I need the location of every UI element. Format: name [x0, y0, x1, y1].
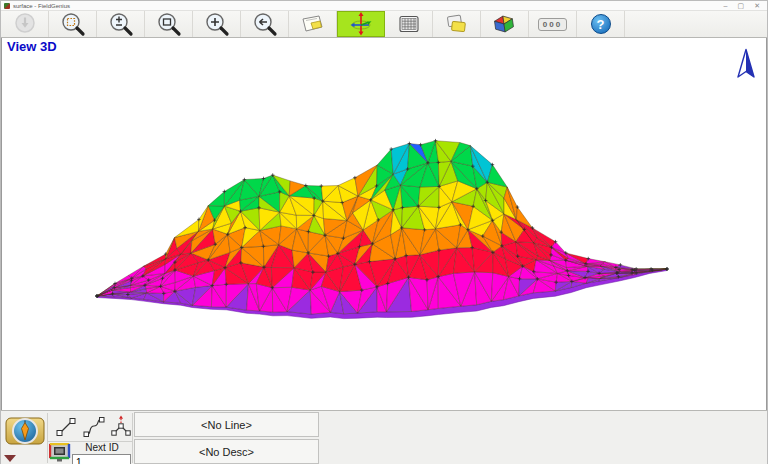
app-icon [4, 3, 10, 9]
line-icon [53, 414, 79, 440]
window-title: surface - FieldGenius [13, 3, 70, 9]
branch-nodes-icon [108, 414, 134, 440]
magnifier-plus-icon [204, 11, 230, 37]
magnifier-extents-icon [60, 11, 86, 37]
new-figure-button[interactable] [108, 414, 134, 440]
counter-000-icon: 000 [538, 18, 567, 31]
zoom-scale-button[interactable] [97, 11, 145, 37]
instrument-dropdown-arrow[interactable] [4, 455, 16, 462]
description-selector-button[interactable]: <No Desc> [134, 439, 319, 464]
instrument-button[interactable] [5, 414, 45, 448]
spline-icon [81, 414, 107, 440]
spline-mode-button[interactable] [81, 414, 107, 440]
media-button[interactable] [49, 443, 71, 463]
view-2d-button[interactable] [289, 11, 337, 37]
line-mode-button[interactable] [53, 414, 79, 440]
bottom-bar: Next ID <No Line> <No Desc> [1, 410, 767, 464]
minimize-button[interactable]: – [724, 1, 728, 10]
download-arrow-icon [12, 11, 38, 37]
point-labels-button[interactable]: 000 [529, 11, 577, 37]
surface-manager-button[interactable] [481, 11, 529, 37]
next-id-label: Next ID [73, 442, 131, 453]
separator [132, 413, 133, 463]
view-3d-button[interactable] [337, 11, 385, 37]
grid-toggle-button[interactable] [385, 11, 433, 37]
layers-button[interactable] [433, 11, 481, 37]
grid-icon [396, 11, 422, 37]
title-bar: surface - FieldGenius – ▢ ✕ [1, 1, 767, 10]
app-window: surface - FieldGenius – ▢ ✕ [0, 0, 768, 464]
layer-cards-icon [443, 11, 470, 37]
north-arrow-icon [736, 48, 756, 80]
question-mark-icon: ? [591, 14, 611, 34]
prism-pole-icon [5, 414, 45, 448]
separator [47, 413, 48, 463]
map-canvas[interactable]: View 3D [1, 38, 767, 410]
3d-axes-icon [348, 11, 374, 37]
zoom-previous-button[interactable] [241, 11, 289, 37]
colored-surface-icon [491, 11, 518, 38]
toolbar: 000 ? [1, 10, 767, 38]
view-mode-label: View 3D [7, 39, 57, 54]
zoom-window-button[interactable] [145, 11, 193, 37]
magnifier-plus-minus-icon [108, 11, 134, 37]
line-selector-button[interactable]: <No Line> [134, 412, 319, 437]
magnifier-window-icon [156, 11, 182, 37]
help-button[interactable]: ? [577, 11, 625, 37]
zoom-in-button[interactable] [193, 11, 241, 37]
close-button[interactable]: ✕ [754, 1, 760, 10]
import-button[interactable] [1, 11, 49, 37]
monitor-icon [49, 443, 71, 463]
maximize-button[interactable]: ▢ [738, 1, 745, 10]
magnifier-back-arrow-icon [252, 11, 278, 37]
plan-sheet-icon [299, 11, 326, 37]
terrain-surface[interactable] [2, 38, 767, 410]
zoom-extents-button[interactable] [49, 11, 97, 37]
next-id-input[interactable] [72, 454, 131, 464]
